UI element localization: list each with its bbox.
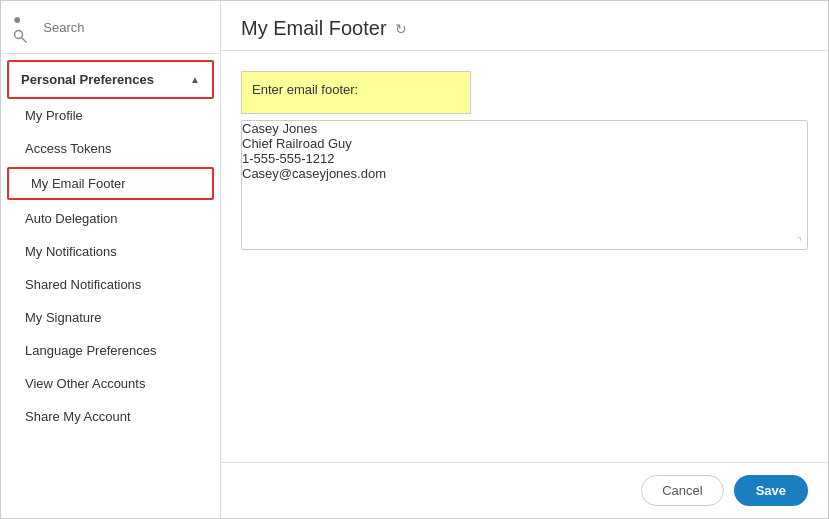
sidebar-item-my-profile[interactable]: My Profile (1, 99, 220, 132)
page-title: My Email Footer (241, 17, 387, 40)
sidebar-item-my-notifications[interactable]: My Notifications (1, 235, 220, 268)
search-bar[interactable]: ●︎ (1, 1, 220, 54)
sidebar-item-auto-delegation[interactable]: Auto Delegation (1, 202, 220, 235)
cancel-button[interactable]: Cancel (641, 475, 723, 506)
search-icon: ●︎ (13, 11, 35, 43)
save-button[interactable]: Save (734, 475, 808, 506)
sidebar-item-access-tokens[interactable]: Access Tokens (1, 132, 220, 165)
sidebar-item-share-my-account[interactable]: Share My Account (1, 400, 220, 433)
refresh-icon[interactable]: ↻ (395, 21, 407, 37)
sidebar-item-my-signature[interactable]: My Signature (1, 301, 220, 334)
sidebar-item-my-email-footer[interactable]: My Email Footer (7, 167, 214, 200)
email-footer-label-box: Enter email footer: (241, 71, 471, 114)
content-header: My Email Footer ↻ (221, 1, 828, 51)
content-body: Enter email footer: ⌝ (221, 51, 828, 462)
search-input[interactable] (43, 20, 208, 35)
form-label: Enter email footer: (252, 82, 460, 97)
resize-handle[interactable]: ⌝ (797, 236, 807, 249)
content-footer: Cancel Save (221, 462, 828, 518)
sidebar-items: My ProfileAccess TokensMy Email FooterAu… (1, 99, 220, 433)
sidebar-item-shared-notifications[interactable]: Shared Notifications (1, 268, 220, 301)
sidebar: ●︎ Personal Preferences ▲ My ProfileAcce… (1, 1, 221, 518)
footer-textarea[interactable] (242, 121, 797, 249)
sidebar-item-view-other-accounts[interactable]: View Other Accounts (1, 367, 220, 400)
footer-textarea-wrapper[interactable]: ⌝ (241, 120, 808, 250)
main-layout: ●︎ Personal Preferences ▲ My ProfileAcce… (1, 1, 828, 518)
app-window: ●︎ Personal Preferences ▲ My ProfileAcce… (0, 0, 829, 519)
personal-preferences-header[interactable]: Personal Preferences ▲ (7, 60, 214, 99)
svg-point-0 (15, 31, 23, 39)
personal-preferences-label: Personal Preferences (21, 72, 154, 87)
chevron-up-icon: ▲ (190, 74, 200, 85)
sidebar-item-language-preferences[interactable]: Language Preferences (1, 334, 220, 367)
content-area: My Email Footer ↻ Enter email footer: ⌝ … (221, 1, 828, 518)
svg-line-1 (22, 38, 26, 42)
